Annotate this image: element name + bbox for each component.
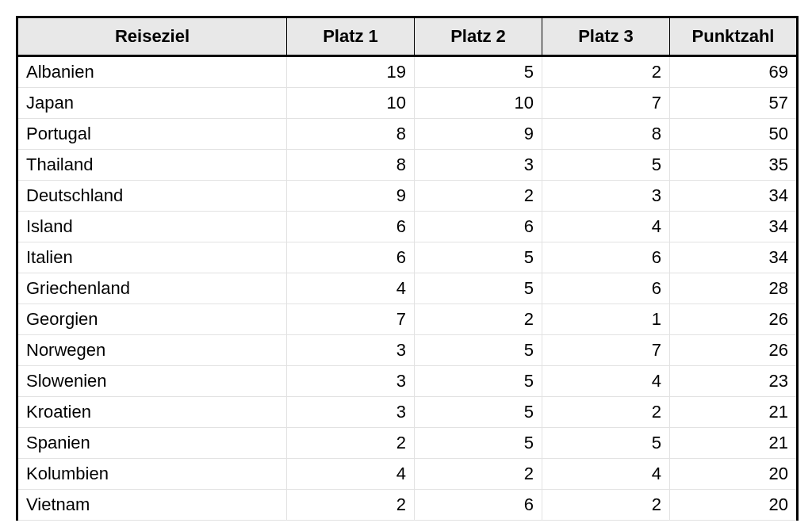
table-row: Thailand83535 [17, 150, 798, 181]
cell-score: 34 [670, 181, 798, 212]
cell-p2: 9 [415, 119, 542, 150]
cell-p3: 3 [542, 181, 670, 212]
cell-destination: Island [17, 212, 287, 242]
table-row: Deutschland92334 [17, 181, 798, 212]
cell-destination: Vietnam [17, 490, 287, 521]
table-row: Kroatien35221 [17, 397, 798, 428]
cell-score: 34 [670, 242, 798, 273]
table-row: Slowenien35423 [17, 366, 798, 397]
cell-score: 50 [670, 119, 798, 150]
cell-score: 26 [670, 304, 798, 335]
cell-score: 57 [670, 88, 798, 119]
cell-p2: 6 [415, 490, 542, 521]
cell-score: 34 [670, 212, 798, 242]
cell-p3: 5 [542, 428, 670, 459]
cell-p1: 7 [287, 304, 415, 335]
cell-destination: Slowenien [17, 366, 287, 397]
cell-p2: 10 [415, 88, 542, 119]
table-row: Georgien72126 [17, 304, 798, 335]
cell-p1: 4 [287, 273, 415, 304]
cell-p1: 6 [287, 212, 415, 242]
table-row: Albanien195269 [17, 56, 798, 88]
cell-p2: 5 [415, 335, 542, 366]
cell-destination: Italien [17, 242, 287, 273]
cell-p1: 3 [287, 335, 415, 366]
table-row: Italien65634 [17, 242, 798, 273]
cell-score: 35 [670, 150, 798, 181]
cell-p1: 4 [287, 459, 415, 490]
cell-p3: 6 [542, 273, 670, 304]
cell-score: 26 [670, 335, 798, 366]
cell-p1: 19 [287, 56, 415, 88]
cell-p1: 9 [287, 181, 415, 212]
cell-p3: 2 [542, 490, 670, 521]
cell-score: 21 [670, 397, 798, 428]
cell-destination: Albanien [17, 56, 287, 88]
table-row: Griechenland45628 [17, 273, 798, 304]
cell-p3: 4 [542, 212, 670, 242]
cell-destination: Portugal [17, 119, 287, 150]
col-header-place1: Platz 1 [287, 17, 415, 56]
table-row: Kolumbien42420 [17, 459, 798, 490]
cell-p2: 2 [415, 181, 542, 212]
cell-p3: 1 [542, 304, 670, 335]
cell-p3: 5 [542, 150, 670, 181]
cell-p2: 5 [415, 397, 542, 428]
table-body: Albanien195269Japan1010757Portugal89850T… [17, 56, 798, 521]
cell-p3: 7 [542, 88, 670, 119]
cell-p1: 2 [287, 428, 415, 459]
cell-destination: Kolumbien [17, 459, 287, 490]
table-row: Island66434 [17, 212, 798, 242]
cell-p2: 5 [415, 242, 542, 273]
cell-score: 28 [670, 273, 798, 304]
col-header-place3: Platz 3 [542, 17, 670, 56]
cell-p1: 6 [287, 242, 415, 273]
cell-p2: 5 [415, 56, 542, 88]
cell-p2: 5 [415, 428, 542, 459]
cell-destination: Norwegen [17, 335, 287, 366]
table-row: Norwegen35726 [17, 335, 798, 366]
table-row: Vietnam26220 [17, 490, 798, 521]
cell-score: 69 [670, 56, 798, 88]
cell-destination: Kroatien [17, 397, 287, 428]
cell-destination: Georgien [17, 304, 287, 335]
cell-p3: 8 [542, 119, 670, 150]
cell-score: 21 [670, 428, 798, 459]
table-header-row: Reiseziel Platz 1 Platz 2 Platz 3 Punktz… [17, 17, 798, 56]
cell-p1: 8 [287, 119, 415, 150]
col-header-place2: Platz 2 [415, 17, 542, 56]
cell-destination: Spanien [17, 428, 287, 459]
cell-p2: 6 [415, 212, 542, 242]
cell-p2: 2 [415, 459, 542, 490]
cell-p2: 3 [415, 150, 542, 181]
cell-p2: 5 [415, 273, 542, 304]
cell-p3: 6 [542, 242, 670, 273]
cell-p1: 10 [287, 88, 415, 119]
col-header-destination: Reiseziel [17, 17, 287, 56]
cell-p2: 2 [415, 304, 542, 335]
cell-score: 20 [670, 490, 798, 521]
cell-p1: 8 [287, 150, 415, 181]
table-row: Japan1010757 [17, 88, 798, 119]
cell-destination: Japan [17, 88, 287, 119]
cell-p3: 7 [542, 335, 670, 366]
cell-score: 23 [670, 366, 798, 397]
cell-p3: 4 [542, 366, 670, 397]
ranking-table: Reiseziel Platz 1 Platz 2 Platz 3 Punktz… [16, 16, 799, 521]
cell-destination: Thailand [17, 150, 287, 181]
cell-p1: 2 [287, 490, 415, 521]
cell-score: 20 [670, 459, 798, 490]
cell-p3: 2 [542, 397, 670, 428]
cell-p3: 4 [542, 459, 670, 490]
col-header-score: Punktzahl [670, 17, 798, 56]
cell-p3: 2 [542, 56, 670, 88]
cell-p1: 3 [287, 397, 415, 428]
table-row: Spanien25521 [17, 428, 798, 459]
cell-destination: Deutschland [17, 181, 287, 212]
cell-destination: Griechenland [17, 273, 287, 304]
cell-p1: 3 [287, 366, 415, 397]
table-row: Portugal89850 [17, 119, 798, 150]
cell-p2: 5 [415, 366, 542, 397]
